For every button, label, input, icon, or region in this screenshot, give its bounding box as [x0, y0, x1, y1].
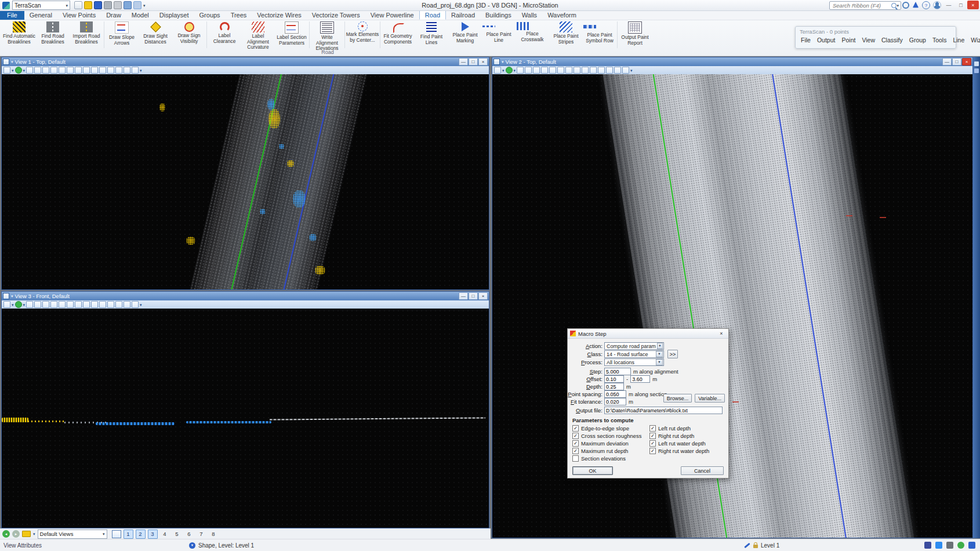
fit-view-icon[interactable]	[59, 67, 66, 74]
tab-general[interactable]: General	[24, 10, 57, 20]
tab-trees[interactable]: Trees	[226, 10, 252, 20]
tab-walls[interactable]: Walls	[517, 10, 542, 20]
clip-mask-icon[interactable]	[124, 67, 130, 74]
message-center-icon[interactable]	[968, 542, 975, 549]
tool-output-paint-report[interactable]: Output Paint Report	[618, 20, 652, 46]
tab-file[interactable]: File	[0, 10, 24, 20]
active-level-area[interactable]: Level 1	[744, 542, 779, 549]
view-toggle-6[interactable]: 6	[184, 530, 194, 539]
dialog-close-button[interactable]: ×	[717, 330, 726, 337]
tab-buildings[interactable]: Buildings	[480, 10, 517, 20]
clipboard-icon[interactable]	[114, 1, 122, 9]
snap-mode-icon[interactable]	[946, 542, 953, 549]
view-display-mode-icon[interactable]	[3, 67, 10, 74]
fit-view-icon[interactable]	[59, 301, 66, 308]
view-toggle-5[interactable]: 5	[172, 530, 182, 539]
view-2-canvas[interactable]	[492, 74, 972, 538]
walk-icon[interactable]	[83, 301, 90, 308]
chevron-down-icon[interactable]: ▾	[502, 60, 504, 64]
tab-vectorize-towers[interactable]: Vectorize Towers	[307, 10, 365, 20]
zoom-out-icon[interactable]	[42, 67, 49, 74]
clip-mask-icon[interactable]	[614, 67, 621, 74]
update-view-icon[interactable]	[26, 301, 33, 308]
chevron-down-icon[interactable]: ▾	[12, 303, 14, 307]
search-dropdown-icon[interactable]: ▾	[896, 3, 899, 8]
ok-button[interactable]: OK	[572, 466, 613, 475]
offset-min-input[interactable]	[604, 375, 624, 383]
clip-mask-icon[interactable]	[124, 301, 130, 308]
view-next-icon[interactable]	[590, 67, 597, 74]
fit-tolerance-input[interactable]	[604, 398, 626, 405]
chevron-down-icon[interactable]: ▾	[33, 532, 35, 536]
prompt-icon[interactable]: ▾	[189, 542, 195, 549]
view-minimize-button[interactable]: —	[459, 292, 468, 300]
step-input[interactable]	[604, 368, 631, 375]
window-area-icon[interactable]	[541, 67, 548, 74]
forward-button[interactable]: ▸	[12, 530, 20, 538]
view-1-canvas[interactable]	[2, 74, 489, 289]
view-previous-icon[interactable]	[582, 67, 589, 74]
view-maximize-button[interactable]: □	[469, 58, 478, 66]
view-close-button[interactable]: ×	[478, 292, 488, 300]
close-button[interactable]: ×	[967, 1, 979, 9]
chevron-down-icon[interactable]: ▾	[140, 303, 142, 307]
process-combo[interactable]: All locations ▾	[604, 358, 664, 366]
clip-volume-icon[interactable]	[115, 67, 122, 74]
pan-view-icon[interactable]	[75, 67, 82, 74]
undo-icon[interactable]	[124, 1, 132, 9]
tool-draw-slope-arrows[interactable]: Draw Slope Arrows	[105, 20, 139, 46]
view-menu-icon[interactable]	[3, 293, 9, 299]
view-previous-icon[interactable]	[91, 67, 98, 74]
maximum-deviation-checkbox[interactable]	[572, 440, 579, 447]
fence-mode-icon[interactable]	[935, 542, 942, 549]
notifications-bell-icon[interactable]	[912, 2, 919, 9]
tool-find-road-breaklines[interactable]: Find Road Breaklines	[36, 20, 70, 45]
chevron-down-icon[interactable]: ▾	[11, 294, 13, 298]
selection-set-icon[interactable]	[924, 542, 931, 549]
tab-railroad[interactable]: Railroad	[446, 10, 480, 20]
tool-label-clearance[interactable]: Label Clearance	[208, 20, 241, 44]
tool-place-paint-symbol-row[interactable]: Place Paint Symbol Row	[583, 20, 616, 44]
clip-volume-icon[interactable]	[115, 301, 122, 308]
copy-view-icon[interactable]	[107, 301, 114, 308]
view-close-button[interactable]: ×	[962, 58, 971, 66]
view-menu-icon[interactable]	[493, 59, 500, 65]
view-toggle-7[interactable]: 7	[197, 530, 206, 539]
view-next-icon[interactable]	[99, 67, 106, 74]
maximize-button[interactable]: □	[955, 1, 967, 9]
tool-draw-sight-distances[interactable]: Draw Sight Distances	[139, 20, 172, 45]
dock-pin-icon[interactable]	[974, 61, 979, 66]
pan-view-icon[interactable]	[565, 67, 572, 74]
cancel-button[interactable]: Cancel	[681, 466, 724, 475]
terrascan-menu-wizard[interactable]: Wizard	[968, 36, 980, 44]
right-rut-depth-checkbox[interactable]	[649, 433, 656, 439]
chevron-down-icon[interactable]: ▾	[23, 303, 26, 307]
checkbox-row[interactable]: Left rut depth	[649, 425, 691, 432]
zoom-out-icon[interactable]	[533, 67, 540, 74]
view-toggle-4[interactable]: 4	[160, 530, 170, 539]
tool-place-crosswalk[interactable]: Place Crosswalk	[516, 20, 549, 42]
view-georeference-icon[interactable]	[15, 301, 22, 308]
offset-max-input[interactable]	[630, 375, 650, 383]
view-close-button[interactable]: ×	[478, 58, 488, 66]
zoom-out-icon[interactable]	[42, 301, 49, 308]
view-1-titlebar[interactable]: ▾ View 1 - Top, Default — □ ×	[2, 57, 489, 66]
docked-panel-strip[interactable]	[973, 57, 980, 538]
rotate-view-icon[interactable]	[67, 301, 74, 308]
terrascan-menu-view[interactable]: View	[859, 36, 878, 44]
tab-vectorize-wires[interactable]: Vectorize Wires	[252, 10, 306, 20]
cross-section-roughness-checkbox[interactable]	[572, 433, 579, 439]
window-area-icon[interactable]	[50, 301, 57, 308]
terrascan-menu-file[interactable]: File	[798, 36, 814, 44]
open-file-icon[interactable]	[84, 1, 92, 9]
copy-view-icon[interactable]	[598, 67, 605, 74]
terrascan-menu-point[interactable]: Point	[839, 36, 858, 44]
terrascan-menu-tools[interactable]: Tools	[930, 36, 950, 44]
class-combo[interactable]: 14 - Road surface ▾	[604, 350, 664, 358]
view-toggle-1[interactable]: 1	[124, 530, 133, 539]
view-maximize-button[interactable]: □	[952, 58, 961, 66]
checkbox-row[interactable]: Edge-to-edge slope	[572, 425, 629, 432]
rotate-view-icon[interactable]	[67, 67, 74, 74]
left-rut-water-depth-checkbox[interactable]	[649, 440, 656, 447]
redo-icon[interactable]	[133, 1, 141, 9]
